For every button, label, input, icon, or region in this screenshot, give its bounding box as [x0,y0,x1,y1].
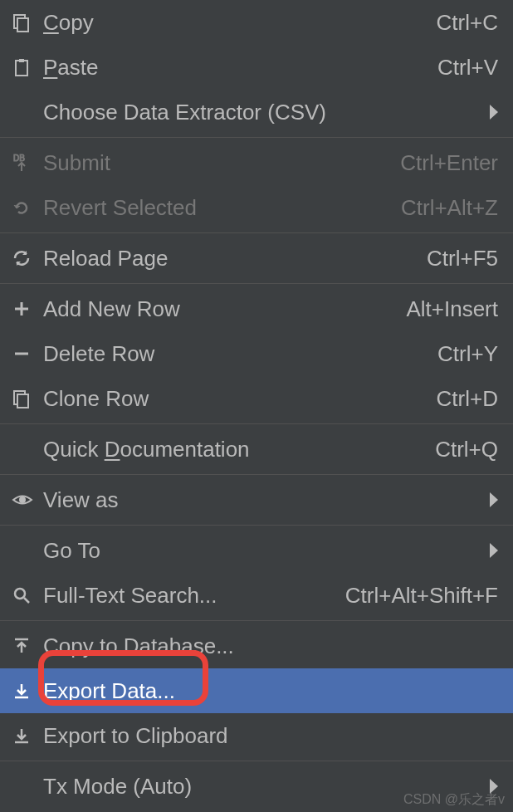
revert-icon [12,198,43,218]
menu-label: Full-Text Search... [43,583,337,609]
svg-rect-1 [17,18,28,32]
submenu-arrow-icon [490,492,498,507]
watermark-text: CSDN @乐之者v [403,791,505,809]
shortcut-label: Ctrl+C [437,10,498,36]
clone-icon [12,389,43,408]
menu-separator [0,761,513,761]
menu-item-choose-extractor[interactable]: Choose Data Extractor (CSV) [0,90,513,135]
menu-label: Choose Data Extractor (CSV) [43,100,481,125]
menu-item-revert[interactable]: Revert Selected Ctrl+Alt+Z [0,185,513,230]
menu-item-copy[interactable]: Copy Ctrl+C [0,0,513,45]
menu-item-add-row[interactable]: Add New Row Alt+Insert [0,286,513,331]
svg-rect-3 [19,59,24,62]
svg-point-7 [19,496,26,503]
shortcut-label: Ctrl+Q [435,437,498,462]
menu-label: Delete Row [43,341,429,367]
upload-icon [12,636,43,656]
menu-label: Copy to Database... [43,633,498,659]
menu-label: Reload Page [43,246,418,271]
shortcut-label: Ctrl+Alt+Z [401,195,498,221]
submenu-arrow-icon [490,543,498,558]
menu-item-export-clipboard[interactable]: Export to Clipboard [0,713,513,758]
menu-item-export-data[interactable]: Export Data... [0,668,513,713]
menu-label: Go To [43,538,481,564]
shortcut-label: Ctrl+V [437,55,498,81]
plus-icon [12,299,43,319]
svg-rect-2 [16,61,27,76]
shortcut-label: Ctrl+Enter [400,150,498,176]
reload-icon [12,248,43,268]
shortcut-label: Ctrl+Y [437,341,498,367]
context-menu: Copy Ctrl+C Paste Ctrl+V Choose Data Ext… [0,0,513,809]
db-submit-icon: DB [12,153,43,173]
menu-item-copy-to-db[interactable]: Copy to Database... [0,624,513,668]
menu-separator [0,525,513,526]
svg-text:DB: DB [13,154,25,163]
menu-label: Quick Documentation [43,437,427,462]
menu-item-view-as[interactable]: View as [0,477,513,522]
menu-separator [0,474,513,475]
menu-label: Submit [43,150,392,176]
shortcut-label: Ctrl+F5 [427,246,498,271]
menu-label: Revert Selected [43,195,393,221]
download-icon [12,726,43,746]
svg-point-8 [15,589,25,599]
copy-icon [12,12,43,32]
menu-label: Copy [43,10,428,36]
menu-item-go-to[interactable]: Go To [0,528,513,573]
minus-icon [12,344,43,364]
menu-separator [0,232,513,233]
menu-item-full-text-search[interactable]: Full-Text Search... Ctrl+Alt+Shift+F [0,573,513,618]
submenu-arrow-icon [490,105,498,120]
shortcut-label: Alt+Insert [406,296,498,322]
svg-rect-6 [17,394,28,408]
menu-label: View as [43,487,481,513]
menu-item-reload[interactable]: Reload Page Ctrl+F5 [0,236,513,281]
menu-label: Export Data... [43,678,498,704]
paste-icon [12,57,43,77]
menu-label: Paste [43,55,429,81]
shortcut-label: Ctrl+Alt+Shift+F [345,583,498,609]
download-icon [12,681,43,701]
menu-item-clone-row[interactable]: Clone Row Ctrl+D [0,376,513,421]
eye-icon [12,490,43,510]
menu-label: Add New Row [43,296,398,322]
menu-separator [0,137,513,138]
shortcut-label: Ctrl+D [437,386,498,412]
search-icon [12,585,43,605]
menu-separator [0,620,513,621]
menu-item-paste[interactable]: Paste Ctrl+V [0,45,513,90]
menu-item-quick-doc[interactable]: Quick Documentation Ctrl+Q [0,427,513,472]
menu-item-delete-row[interactable]: Delete Row Ctrl+Y [0,331,513,376]
menu-separator [0,423,513,424]
menu-label: Clone Row [43,386,428,412]
menu-label: Export to Clipboard [43,723,498,749]
menu-item-submit[interactable]: DB Submit Ctrl+Enter [0,140,513,185]
menu-separator [0,283,513,284]
